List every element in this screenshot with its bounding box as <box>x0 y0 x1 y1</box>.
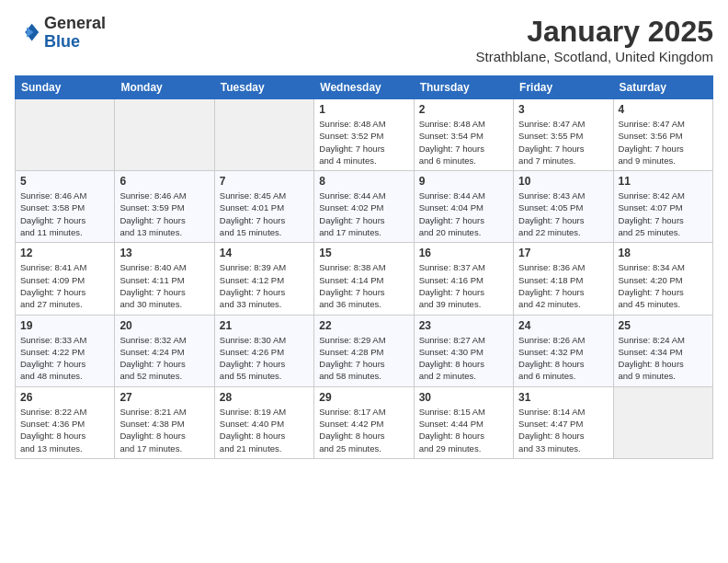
day-info: Sunrise: 8:32 AM Sunset: 4:24 PM Dayligh… <box>119 334 209 383</box>
day-cell: 28Sunrise: 8:19 AM Sunset: 4:40 PM Dayli… <box>214 386 313 458</box>
day-cell: 8Sunrise: 8:44 AM Sunset: 4:02 PM Daylig… <box>314 171 414 243</box>
day-cell: 17Sunrise: 8:36 AM Sunset: 4:18 PM Dayli… <box>514 243 613 315</box>
day-cell: 9Sunrise: 8:44 AM Sunset: 4:04 PM Daylig… <box>414 171 513 243</box>
day-number: 29 <box>319 391 408 404</box>
day-cell: 27Sunrise: 8:21 AM Sunset: 4:38 PM Dayli… <box>115 386 214 458</box>
day-number: 21 <box>220 319 309 332</box>
day-info: Sunrise: 8:26 AM Sunset: 4:32 PM Dayligh… <box>518 334 608 383</box>
day-cell: 10Sunrise: 8:43 AM Sunset: 4:05 PM Dayli… <box>514 171 613 243</box>
day-info: Sunrise: 8:21 AM Sunset: 4:38 PM Dayligh… <box>119 406 209 454</box>
day-cell: 6Sunrise: 8:46 AM Sunset: 3:59 PM Daylig… <box>115 171 214 243</box>
day-number: 25 <box>619 319 708 332</box>
day-info: Sunrise: 8:44 AM Sunset: 4:04 PM Dayligh… <box>419 190 508 238</box>
day-info: Sunrise: 8:17 AM Sunset: 4:42 PM Dayligh… <box>319 406 408 454</box>
day-number: 7 <box>220 175 309 188</box>
day-cell: 15Sunrise: 8:38 AM Sunset: 4:14 PM Dayli… <box>314 243 414 315</box>
day-cell: 20Sunrise: 8:32 AM Sunset: 4:24 PM Dayli… <box>115 315 214 386</box>
weekday-header-row: SundayMondayTuesdayWednesdayThursdayFrid… <box>16 76 713 99</box>
weekday-header-thursday: Thursday <box>414 76 513 99</box>
day-cell: 29Sunrise: 8:17 AM Sunset: 4:42 PM Dayli… <box>314 386 414 458</box>
day-number: 18 <box>619 247 708 259</box>
day-info: Sunrise: 8:30 AM Sunset: 4:26 PM Dayligh… <box>220 334 309 383</box>
day-info: Sunrise: 8:46 AM Sunset: 3:59 PM Dayligh… <box>119 190 209 238</box>
day-number: 30 <box>419 391 508 404</box>
logo-text: General Blue <box>44 15 106 52</box>
week-row-5: 26Sunrise: 8:22 AM Sunset: 4:36 PM Dayli… <box>16 386 713 458</box>
day-number: 20 <box>119 319 209 332</box>
day-number: 15 <box>319 247 408 259</box>
day-number: 19 <box>20 319 109 332</box>
day-cell: 1Sunrise: 8:48 AM Sunset: 3:52 PM Daylig… <box>314 99 414 171</box>
day-number: 8 <box>319 175 408 188</box>
day-info: Sunrise: 8:44 AM Sunset: 4:02 PM Dayligh… <box>319 190 408 238</box>
day-number: 4 <box>619 103 708 116</box>
day-number: 12 <box>20 247 109 259</box>
day-cell: 23Sunrise: 8:27 AM Sunset: 4:30 PM Dayli… <box>414 315 513 386</box>
day-number: 2 <box>419 103 508 116</box>
weekday-header-friday: Friday <box>514 76 613 99</box>
day-cell: 30Sunrise: 8:15 AM Sunset: 4:44 PM Dayli… <box>414 386 513 458</box>
weekday-header-saturday: Saturday <box>613 76 712 99</box>
day-cell: 4Sunrise: 8:47 AM Sunset: 3:56 PM Daylig… <box>613 99 712 171</box>
day-cell <box>115 99 214 171</box>
day-cell: 3Sunrise: 8:47 AM Sunset: 3:55 PM Daylig… <box>514 99 613 171</box>
logo: General Blue <box>15 15 106 52</box>
day-info: Sunrise: 8:39 AM Sunset: 4:12 PM Dayligh… <box>220 261 309 310</box>
day-info: Sunrise: 8:15 AM Sunset: 4:44 PM Dayligh… <box>419 406 508 454</box>
day-number: 22 <box>319 319 408 332</box>
day-cell: 22Sunrise: 8:29 AM Sunset: 4:28 PM Dayli… <box>314 315 414 386</box>
day-number: 27 <box>119 391 209 404</box>
day-number: 6 <box>119 175 209 188</box>
week-row-2: 5Sunrise: 8:46 AM Sunset: 3:58 PM Daylig… <box>16 171 713 243</box>
page-header: General Blue January 2025 Strathblane, S… <box>15 15 713 64</box>
day-info: Sunrise: 8:42 AM Sunset: 4:07 PM Dayligh… <box>619 190 708 238</box>
day-info: Sunrise: 8:45 AM Sunset: 4:01 PM Dayligh… <box>220 190 309 238</box>
day-cell: 31Sunrise: 8:14 AM Sunset: 4:47 PM Dayli… <box>514 386 613 458</box>
day-info: Sunrise: 8:47 AM Sunset: 3:56 PM Dayligh… <box>619 118 708 167</box>
day-info: Sunrise: 8:33 AM Sunset: 4:22 PM Dayligh… <box>20 334 109 383</box>
day-info: Sunrise: 8:14 AM Sunset: 4:47 PM Dayligh… <box>518 406 608 454</box>
day-number: 14 <box>220 247 309 259</box>
day-number: 26 <box>20 391 109 404</box>
day-number: 23 <box>419 319 508 332</box>
day-number: 28 <box>220 391 309 404</box>
day-info: Sunrise: 8:46 AM Sunset: 3:58 PM Dayligh… <box>20 190 109 238</box>
day-cell: 13Sunrise: 8:40 AM Sunset: 4:11 PM Dayli… <box>115 243 214 315</box>
day-cell: 18Sunrise: 8:34 AM Sunset: 4:20 PM Dayli… <box>613 243 712 315</box>
day-number: 9 <box>419 175 508 188</box>
day-number: 24 <box>518 319 608 332</box>
day-cell: 14Sunrise: 8:39 AM Sunset: 4:12 PM Dayli… <box>214 243 313 315</box>
day-info: Sunrise: 8:43 AM Sunset: 4:05 PM Dayligh… <box>518 190 608 238</box>
calendar-table: SundayMondayTuesdayWednesdayThursdayFrid… <box>15 75 713 459</box>
day-cell: 12Sunrise: 8:41 AM Sunset: 4:09 PM Dayli… <box>16 243 115 315</box>
day-info: Sunrise: 8:38 AM Sunset: 4:14 PM Dayligh… <box>319 261 408 310</box>
logo-icon <box>15 20 40 46</box>
day-info: Sunrise: 8:37 AM Sunset: 4:16 PM Dayligh… <box>419 261 508 310</box>
weekday-header-monday: Monday <box>115 76 214 99</box>
day-cell <box>613 386 712 458</box>
day-cell: 25Sunrise: 8:24 AM Sunset: 4:34 PM Dayli… <box>613 315 712 386</box>
day-number: 11 <box>619 175 708 188</box>
week-row-1: 1Sunrise: 8:48 AM Sunset: 3:52 PM Daylig… <box>16 99 713 171</box>
day-info: Sunrise: 8:19 AM Sunset: 4:40 PM Dayligh… <box>220 406 309 454</box>
day-cell: 26Sunrise: 8:22 AM Sunset: 4:36 PM Dayli… <box>16 386 115 458</box>
week-row-3: 12Sunrise: 8:41 AM Sunset: 4:09 PM Dayli… <box>16 243 713 315</box>
logo-blue-text: Blue <box>44 33 106 52</box>
day-info: Sunrise: 8:40 AM Sunset: 4:11 PM Dayligh… <box>119 261 209 310</box>
day-info: Sunrise: 8:34 AM Sunset: 4:20 PM Dayligh… <box>619 261 708 310</box>
day-info: Sunrise: 8:24 AM Sunset: 4:34 PM Dayligh… <box>619 334 708 383</box>
week-row-4: 19Sunrise: 8:33 AM Sunset: 4:22 PM Dayli… <box>16 315 713 386</box>
day-info: Sunrise: 8:48 AM Sunset: 3:52 PM Dayligh… <box>319 118 408 167</box>
day-cell: 19Sunrise: 8:33 AM Sunset: 4:22 PM Dayli… <box>16 315 115 386</box>
day-info: Sunrise: 8:22 AM Sunset: 4:36 PM Dayligh… <box>20 406 109 454</box>
day-number: 1 <box>319 103 408 116</box>
month-title: January 2025 <box>476 15 714 49</box>
day-info: Sunrise: 8:36 AM Sunset: 4:18 PM Dayligh… <box>518 261 608 310</box>
day-cell: 11Sunrise: 8:42 AM Sunset: 4:07 PM Dayli… <box>613 171 712 243</box>
weekday-header-sunday: Sunday <box>16 76 115 99</box>
day-info: Sunrise: 8:29 AM Sunset: 4:28 PM Dayligh… <box>319 334 408 383</box>
weekday-header-wednesday: Wednesday <box>314 76 414 99</box>
day-number: 31 <box>518 391 608 404</box>
day-info: Sunrise: 8:47 AM Sunset: 3:55 PM Dayligh… <box>518 118 608 167</box>
day-cell: 7Sunrise: 8:45 AM Sunset: 4:01 PM Daylig… <box>214 171 313 243</box>
